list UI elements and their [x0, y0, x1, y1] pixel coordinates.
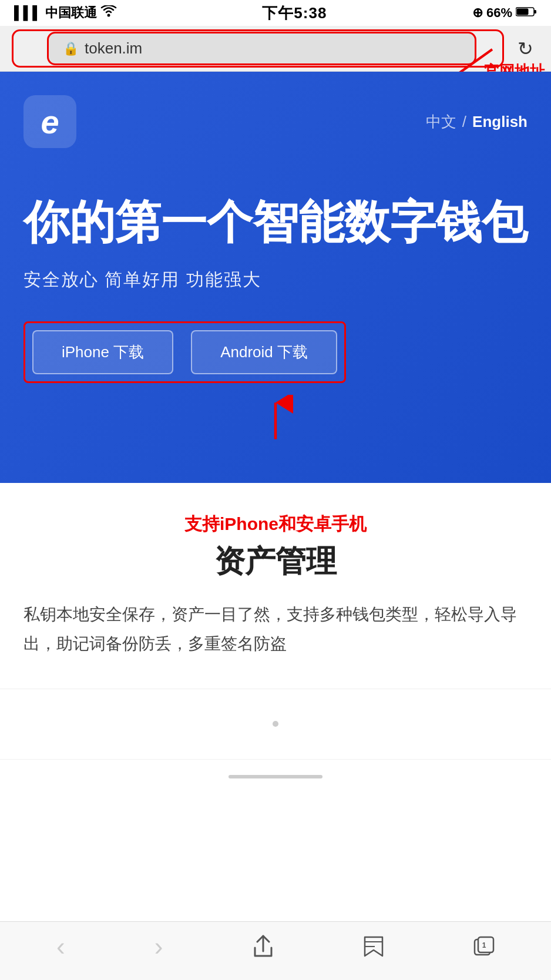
signal-bars: ▌▌▌ [14, 5, 42, 21]
section-title: 资产管理 [23, 541, 528, 582]
home-indicator-area [0, 759, 551, 794]
tabs-button[interactable]: 1 [462, 936, 506, 957]
browser-bar: 🔒 token.im ↻ 官网地址 [0, 26, 551, 72]
hero-subtitle: 安全放心 简单好用 功能强大 [23, 268, 528, 292]
download-buttons-group: iPhone 下载 Android 下载 [23, 321, 346, 383]
logo-char: e [41, 103, 59, 141]
status-left: ▌▌▌ 中国联通 [14, 4, 117, 22]
support-annotation: 支持iPhone和安卓手机 [23, 512, 528, 536]
svg-rect-3 [516, 9, 528, 15]
url-bar[interactable]: 🔒 token.im [47, 32, 476, 65]
carrier-name: 中国联通 [45, 4, 97, 22]
share-button[interactable] [241, 935, 285, 958]
svg-text:1: 1 [482, 941, 486, 949]
lock-icon: 🔒 [63, 41, 79, 56]
status-right: ⊕ 66% [472, 5, 537, 21]
status-bar: ▌▌▌ 中国联通 下午5:38 ⊕ 66% [0, 0, 551, 26]
lang-divider: / [462, 113, 466, 131]
wifi-icon [100, 5, 117, 21]
browser-toolbar: ‹ › 1 [0, 921, 551, 980]
up-arrow-annotation [23, 395, 528, 442]
status-time: 下午5:38 [262, 3, 327, 24]
up-arrow-svg [258, 395, 293, 442]
svg-point-0 [107, 14, 110, 17]
lang-en-btn[interactable]: English [472, 113, 528, 131]
iphone-download-button[interactable]: iPhone 下载 [32, 330, 173, 374]
hero-section: e 中文 / English 你的第一个智能数字钱包 安全放心 简单好用 功能强… [0, 72, 551, 483]
svg-rect-2 [534, 10, 536, 14]
bookmarks-button[interactable] [351, 935, 396, 958]
content-section: 支持iPhone和安卓手机 资产管理 私钥本地安全保存，资产一目了然，支持多种钱… [0, 483, 551, 689]
hero-title: 你的第一个智能数字钱包 [23, 195, 528, 250]
battery-icon [516, 5, 537, 21]
scroll-dot [273, 721, 278, 727]
hero-nav: e 中文 / English [23, 95, 528, 148]
android-download-button[interactable]: Android 下载 [191, 330, 337, 374]
section-desc: 私钥本地安全保存，资产一目了然，支持多种钱包类型，轻松导入导出，助记词备份防丢，… [23, 600, 528, 659]
scroll-preview [0, 689, 551, 759]
logo: e [23, 95, 76, 148]
reload-button[interactable]: ↻ [512, 38, 539, 60]
lang-cn-btn[interactable]: 中文 [426, 112, 456, 132]
url-text: token.im [85, 39, 142, 58]
download-buttons-wrapper: iPhone 下载 Android 下载 [23, 321, 528, 383]
forward-button[interactable]: › [143, 932, 175, 961]
battery-percent: 66% [486, 5, 512, 21]
back-button[interactable]: ‹ [45, 932, 77, 961]
lang-switcher[interactable]: 中文 / English [426, 112, 528, 132]
screen-lock-icon: ⊕ [472, 5, 483, 21]
home-indicator [229, 775, 322, 778]
